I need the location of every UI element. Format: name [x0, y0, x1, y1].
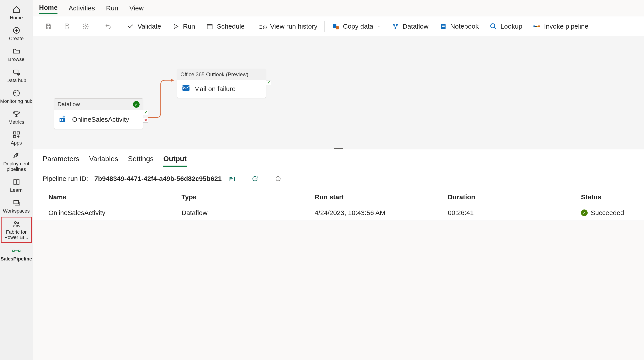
lookup-button[interactable]: Lookup: [484, 20, 528, 33]
status-success-icon: ✓: [581, 209, 588, 216]
sidebar-item-browse[interactable]: Browse: [0, 44, 32, 65]
success-connector-icon[interactable]: ✓: [143, 110, 148, 115]
ribbon-tab-run[interactable]: Run: [106, 3, 118, 13]
cell-runstart: 4/24/2023, 10:43:56 AM: [315, 209, 448, 217]
svg-rect-27: [60, 118, 65, 122]
panel-tab-settings[interactable]: Settings: [128, 155, 154, 167]
trophy-icon: [12, 110, 21, 118]
info-icon[interactable]: [274, 175, 282, 183]
sidebar-item-monitoring[interactable]: Monitoring hub: [0, 86, 32, 107]
sidebar-item-workspaces[interactable]: Workspaces: [0, 195, 32, 216]
notebook-label: Notebook: [450, 23, 479, 30]
copy-data-button[interactable]: Copy data: [326, 20, 386, 33]
cell-status: ✓ Succeeded: [581, 209, 628, 217]
plus-circle-icon: [12, 26, 21, 35]
toolbar: Validate Run Schedule View run history: [33, 16, 644, 36]
sidebar-item-datahub[interactable]: Data hub: [0, 65, 32, 86]
home-icon: [12, 5, 21, 14]
panel-tabs: Parameters Variables Settings Output: [33, 149, 644, 167]
failure-connector-arrow: [143, 78, 178, 123]
check-icon: [126, 22, 134, 30]
sidebar-item-learn[interactable]: Learn: [0, 175, 32, 195]
activity-type-label: Dataflow: [58, 101, 80, 108]
search-icon: [489, 22, 497, 30]
view-run-history-label: View run history: [270, 23, 317, 30]
people-icon: [12, 220, 21, 228]
copy-gantt-icon[interactable]: [228, 175, 236, 183]
notebook-button[interactable]: Notebook: [434, 20, 484, 33]
sidebar-item-apps[interactable]: Apps: [0, 128, 32, 148]
activity-dataflow[interactable]: Dataflow ✓ OnlineSalesActivity ✓ ✕: [54, 98, 143, 129]
sidebar-item-label: Metrics: [8, 120, 24, 125]
book-icon: [12, 178, 21, 186]
saveas-button[interactable]: [58, 20, 76, 33]
svg-point-2: [17, 73, 20, 74]
run-label: Run: [183, 23, 195, 30]
table-row[interactable]: OnlineSalesActivity Dataflow 4/24/2023, …: [33, 205, 644, 221]
svg-point-9: [14, 222, 16, 224]
schedule-button[interactable]: Schedule: [200, 20, 250, 33]
activity-header: Office 365 Outlook (Preview): [177, 69, 266, 80]
ribbon-tabs: Home Activities Run View: [33, 0, 644, 16]
monitoring-icon: [12, 89, 21, 97]
ribbon-tab-view[interactable]: View: [130, 3, 144, 13]
main-area: Home Activities Run View: [33, 0, 644, 360]
panel-tab-variables[interactable]: Variables: [89, 155, 118, 167]
activity-header: Dataflow ✓: [54, 99, 143, 110]
settings-button[interactable]: [76, 20, 95, 33]
failure-connector-icon[interactable]: ✕: [143, 118, 148, 123]
view-run-history-button[interactable]: View run history: [254, 20, 323, 33]
datahub-icon: [12, 68, 21, 76]
apps-icon: [12, 131, 21, 139]
save-button[interactable]: [39, 20, 58, 33]
sidebar-item-fabric[interactable]: Fabric for Power BI...: [1, 217, 32, 243]
sidebar-item-deployment[interactable]: Deployment pipelines: [0, 148, 32, 175]
svg-rect-5: [17, 132, 20, 134]
run-id-row: Pipeline run ID: 7b948349-4471-42f4-a49b…: [33, 167, 644, 189]
pipeline-canvas[interactable]: Dataflow ✓ OnlineSalesActivity ✓ ✕ Offic…: [33, 36, 644, 149]
sidebar-item-salespipeline[interactable]: SalesPipeline: [0, 243, 32, 264]
separator: [324, 21, 325, 32]
chevron-down-icon: [376, 23, 381, 30]
invoke-pipeline-icon: [533, 22, 541, 30]
activity-name: OnlineSalesActivity: [72, 116, 129, 123]
panel-resize-handle[interactable]: [334, 148, 343, 149]
activity-name: Mail on failure: [194, 85, 236, 93]
ribbon-tab-activities[interactable]: Activities: [68, 3, 95, 13]
validate-label: Validate: [138, 23, 161, 30]
sidebar-item-create[interactable]: Create: [0, 23, 32, 44]
activity-body: Mail on failure: [177, 80, 266, 98]
output-table: Name Type Run start Duration Status Onli…: [33, 189, 644, 221]
panel-tab-output[interactable]: Output: [163, 155, 187, 167]
invoke-pipeline-label: Invoke pipeline: [544, 23, 588, 30]
play-icon: [172, 22, 180, 30]
success-badge-icon: ✓: [133, 101, 140, 108]
refresh-icon[interactable]: [251, 175, 259, 183]
sidebar-item-label: Learn: [10, 187, 22, 193]
run-id-label: Pipeline run ID:: [42, 175, 88, 182]
dataflow-button[interactable]: Dataflow: [386, 20, 434, 33]
sidebar-item-home[interactable]: Home: [0, 2, 32, 23]
svg-point-7: [16, 155, 18, 156]
col-status: Status: [581, 193, 628, 201]
svg-rect-23: [442, 26, 444, 26]
svg-rect-4: [13, 132, 16, 134]
dataflow-activity-icon: [59, 114, 68, 125]
cell-name: OnlineSalesActivity: [48, 209, 182, 217]
sidebar-item-label: Workspaces: [3, 208, 30, 214]
panel-tab-parameters[interactable]: Parameters: [42, 155, 79, 167]
activity-mail[interactable]: Office 365 Outlook (Preview) Mail on fai…: [177, 69, 266, 98]
ribbon-tab-home[interactable]: Home: [39, 2, 58, 14]
col-duration: Duration: [448, 193, 581, 201]
svg-rect-26: [538, 25, 540, 27]
gear-icon: [82, 22, 90, 30]
history-icon: [259, 22, 267, 30]
validate-button[interactable]: Validate: [121, 20, 166, 33]
undo-button[interactable]: [99, 20, 118, 33]
col-runstart: Run start: [315, 193, 448, 201]
invoke-pipeline-button[interactable]: Invoke pipeline: [528, 20, 594, 33]
copy-data-label: Copy data: [343, 23, 373, 30]
sidebar-item-metrics[interactable]: Metrics: [0, 107, 32, 128]
success-connector-icon[interactable]: ✓: [266, 80, 271, 85]
run-button[interactable]: Run: [166, 20, 200, 33]
